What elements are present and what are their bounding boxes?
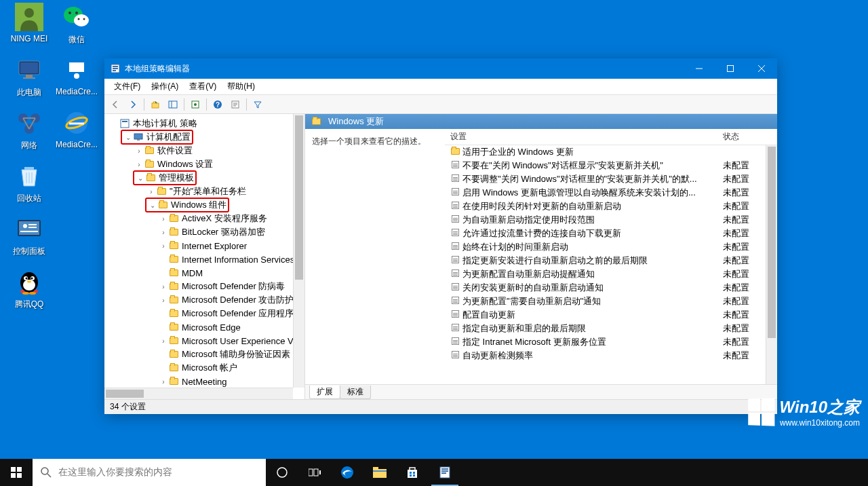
list-row[interactable]: 为更新配置"需要自动重新启动"通知未配置: [445, 295, 777, 308]
tree-node[interactable]: MDM: [104, 266, 304, 280]
taskbar-explorer[interactable]: [363, 459, 396, 486]
expander-icon[interactable]: ›: [159, 229, 168, 236]
taskbar-edge[interactable]: [331, 459, 363, 486]
tree-node-label: "开始"菜单和任务栏: [170, 185, 246, 198]
tree-node[interactable]: ›Microsoft User Experience Virt: [104, 334, 304, 348]
tree-node[interactable]: ⌄计算机配置: [104, 130, 304, 144]
tree-node[interactable]: ›ActiveX 安装程序服务: [104, 212, 304, 225]
expander-icon[interactable]: ›: [159, 242, 168, 250]
start-button[interactable]: [0, 459, 33, 486]
expander-icon[interactable]: ›: [159, 215, 168, 223]
list-row[interactable]: 启用 Windows 更新电源管理以自动唤醒系统来安装计划的...未配置: [445, 186, 777, 200]
list-row[interactable]: 指定自动更新和重启的最后期限未配置: [445, 322, 777, 335]
cortana-button[interactable]: [266, 459, 298, 486]
desktop-icon-network[interactable]: 网络: [5, 109, 53, 151]
tree-node[interactable]: ›Microsoft Defender 攻击防护: [104, 293, 304, 307]
list-row[interactable]: 为自动重新启动指定使用时段范围未配置: [445, 213, 777, 227]
list-row[interactable]: 始终在计划的时间重新启动未配置: [445, 240, 777, 254]
tree-node[interactable]: Internet Information Services: [104, 253, 304, 266]
list-row[interactable]: 关闭安装更新时的自动重新启动通知未配置: [445, 281, 777, 295]
column-setting[interactable]: 设置: [445, 131, 717, 143]
svg-point-1: [24, 8, 34, 18]
list-row[interactable]: 为更新配置自动重新启动提醒通知未配置: [445, 267, 777, 281]
tree-node[interactable]: ›Internet Explorer: [104, 239, 304, 253]
expander-icon[interactable]: ›: [134, 147, 144, 155]
help-button[interactable]: ?: [210, 97, 226, 112]
list-row[interactable]: 允许通过按流量计费的连接自动下载更新未配置: [445, 227, 777, 240]
expander-icon[interactable]: ⌄: [123, 134, 133, 141]
menu-item[interactable]: 帮助(H): [222, 79, 260, 94]
titlebar[interactable]: 本地组策略编辑器: [104, 58, 777, 79]
tree-node[interactable]: ›Windows 设置: [104, 157, 304, 171]
expander-icon[interactable]: ⌄: [136, 174, 145, 182]
tree-node[interactable]: ›NetMeeting: [104, 375, 304, 388]
column-status[interactable]: 状态: [717, 131, 777, 143]
setting-icon: [450, 228, 460, 238]
search-box[interactable]: 在这里输入你要搜索的内容: [33, 459, 266, 486]
desktop-icon-pc[interactable]: 此电脑: [5, 56, 53, 98]
svg-point-54: [194, 103, 197, 106]
tree-node[interactable]: ›Microsoft Defender 防病毒: [104, 280, 304, 293]
list-row[interactable]: 不要调整"关闭 Windows"对话框里的"安装更新并关机"的默...未配置: [445, 172, 777, 186]
tree-node[interactable]: Microsoft Edge: [104, 320, 304, 334]
show-hide-tree-button[interactable]: [165, 97, 181, 112]
list-row[interactable]: 适用于企业的 Windows 更新: [445, 145, 777, 159]
taskbar-gpedit[interactable]: [429, 459, 461, 486]
tree-node[interactable]: ›软件设置: [104, 144, 304, 157]
desktop-icon-media[interactable]: MediaCre...: [53, 56, 100, 96]
desktop-icon-ie[interactable]: MediaCre...: [53, 109, 100, 149]
list-row[interactable]: 指定 Intranet Microsoft 更新服务位置未配置: [445, 335, 777, 349]
tree-node[interactable]: Microsoft 帐户: [104, 361, 304, 375]
tree-scrollbar-horizontal[interactable]: [104, 388, 293, 399]
expander-icon[interactable]: ›: [146, 188, 156, 195]
list-row[interactable]: 配置自动更新未配置: [445, 308, 777, 322]
setting-icon: [450, 255, 460, 265]
close-button[interactable]: [746, 58, 777, 79]
up-button[interactable]: [147, 97, 163, 112]
tree-node[interactable]: 本地计算机 策略: [104, 117, 304, 130]
desktop-icon-wechat[interactable]: 微信: [53, 3, 100, 45]
svg-rect-78: [373, 470, 387, 472]
tree-node[interactable]: Microsoft Defender 应用程序防: [104, 307, 304, 320]
list-scrollbar-vertical[interactable]: [766, 145, 777, 384]
back-button[interactable]: [107, 97, 123, 112]
tree-node[interactable]: ›"开始"菜单和任务栏: [104, 185, 304, 198]
app-icon: [110, 63, 121, 74]
minimize-button[interactable]: [684, 58, 715, 79]
export-button[interactable]: [187, 97, 203, 112]
filter-button[interactable]: [250, 97, 266, 112]
tree-node[interactable]: Microsoft 辅助身份验证因素: [104, 348, 304, 361]
expander-icon[interactable]: ›: [159, 337, 168, 345]
expander-icon[interactable]: ›: [159, 297, 168, 304]
expander-icon[interactable]: ⌄: [148, 202, 157, 209]
expander-icon[interactable]: ›: [159, 283, 168, 291]
svg-point-38: [31, 278, 33, 280]
folder-icon: [168, 322, 179, 332]
maximize-button[interactable]: [715, 58, 746, 79]
desktop-icon-control[interactable]: 控制面板: [5, 214, 53, 257]
task-view-button[interactable]: [298, 459, 331, 486]
tree-scrollbar-vertical[interactable]: [293, 114, 304, 388]
taskbar-store[interactable]: [396, 459, 429, 486]
tree-node[interactable]: ›BitLocker 驱动器加密: [104, 225, 304, 239]
menu-item[interactable]: 操作(A): [146, 79, 184, 94]
tab-extended[interactable]: 扩展: [309, 386, 340, 399]
expander-icon[interactable]: ›: [134, 161, 144, 168]
tab-standard[interactable]: 标准: [340, 386, 371, 399]
menu-item[interactable]: 文件(F): [108, 79, 146, 94]
list-row[interactable]: 不要在"关闭 Windows"对话框显示"安装更新并关机"未配置: [445, 159, 777, 172]
forward-button[interactable]: [125, 97, 141, 112]
list-row[interactable]: 自动更新检测频率未配置: [445, 349, 777, 362]
properties-button[interactable]: [227, 97, 243, 112]
tree-node[interactable]: ⌄管理模板: [104, 171, 304, 185]
expander-icon[interactable]: ›: [159, 378, 168, 386]
svg-rect-32: [20, 231, 38, 232]
svg-point-4: [68, 12, 71, 14]
tree-node[interactable]: ⌄Windows 组件: [104, 198, 304, 212]
desktop-icon-qq[interactable]: 腾讯QQ: [5, 267, 53, 310]
menu-item[interactable]: 查看(V): [184, 79, 222, 94]
desktop-icon-user[interactable]: NING MEI: [5, 3, 53, 43]
list-row[interactable]: 指定更新安装进行自动重新启动之前的最后期限未配置: [445, 254, 777, 267]
desktop-icon-recycle[interactable]: 回收站: [5, 162, 53, 204]
list-row[interactable]: 在使用时段关闭针对更新的自动重新启动未配置: [445, 200, 777, 213]
